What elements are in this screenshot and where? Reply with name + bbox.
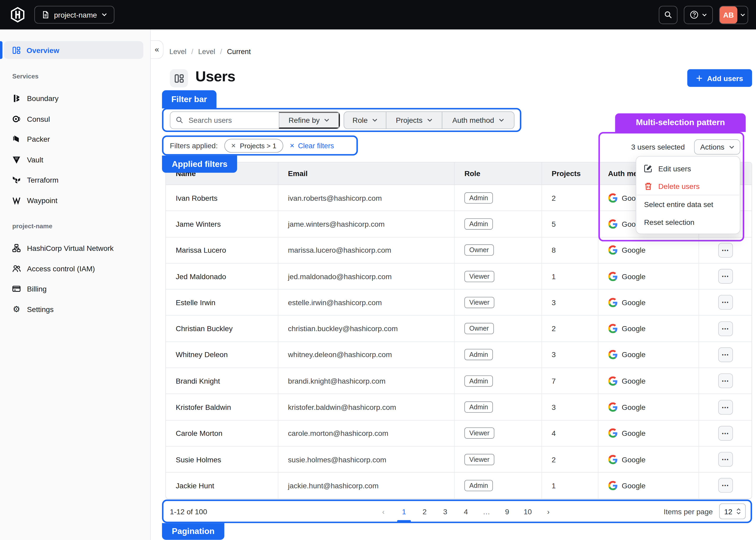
hashicorp-logo-icon (10, 7, 26, 23)
cell-actions: ⋯ (699, 447, 752, 472)
page-button-10[interactable]: 10 (520, 505, 535, 517)
cell-name: Carole Morton (166, 420, 278, 446)
cell-email: marissa.lucero@hashicorp.com (278, 237, 455, 263)
clear-filters-link[interactable]: ✕ Clear filters (290, 142, 334, 150)
menu-item-reset-selection[interactable]: Reset selection (636, 213, 740, 231)
projects-filter-dropdown[interactable]: Projects (386, 111, 442, 128)
cell-auth-method: Google (598, 420, 699, 446)
table-row: Jed Maldonadojed.maldonado@hashicorp.com… (166, 263, 752, 290)
items-per-page-select[interactable]: 12 (719, 503, 746, 519)
row-actions-button[interactable]: ⋯ (718, 400, 733, 414)
cell-role: Admin (455, 394, 542, 420)
sidebar-item-boundary[interactable]: Boundary (0, 88, 150, 109)
table-row: Jackie Huntjackie.hunt@hashicorp.comAdmi… (166, 472, 752, 498)
project-switcher[interactable]: project-name (34, 6, 114, 23)
sidebar-item-vault[interactable]: Vault (0, 149, 150, 170)
breadcrumb-item[interactable]: Level (169, 48, 186, 56)
sidebar-item-terraform[interactable]: Terraform (0, 170, 150, 190)
account-menu-button[interactable]: AB (719, 6, 748, 24)
column-header-role: Role (455, 162, 542, 185)
remove-filter-icon[interactable]: ✕ (231, 142, 236, 148)
sidebar-item-access-control-iam[interactable]: Access control (IAM) (0, 258, 150, 279)
hvn-icon (12, 244, 21, 252)
sidebar-item-overview[interactable]: Overview (4, 41, 143, 59)
sidebar-item-hashicorp-virtual-network[interactable]: HashiCorp Virtual Network (0, 238, 150, 258)
page-button-2[interactable]: 2 (417, 505, 433, 517)
search-users-field[interactable] (170, 111, 279, 128)
row-actions-button[interactable]: ⋯ (718, 478, 733, 493)
table-row: Whitney Deleonwhitney.deleon@hashicorp.c… (166, 342, 752, 368)
sidebar-collapse-button[interactable]: « (151, 40, 164, 59)
sidebar-item-settings[interactable]: ⚙Settings (0, 299, 150, 320)
sidebar-item-label: Access control (IAM) (27, 264, 95, 273)
cell-name: Brandi Knight (166, 368, 278, 394)
cell-email: jame.winters@hashicorp.com (278, 211, 455, 237)
cell-role: Admin (455, 185, 542, 211)
previous-page-button[interactable]: ‹ (376, 505, 391, 517)
menu-item-delete-users[interactable]: Delete users (636, 177, 740, 195)
filter-chip-projects[interactable]: ✕ Projects > 1 (224, 139, 283, 152)
cell-actions: ⋯ (699, 394, 752, 420)
menu-item-select-entire-data-set[interactable]: Select entire data set (636, 195, 740, 213)
cell-projects: 1 (542, 472, 598, 498)
sidebar-item-packer[interactable]: Packer (0, 129, 150, 150)
page-button-4[interactable]: 4 (458, 505, 474, 517)
breadcrumb-item: Current (227, 48, 251, 56)
google-icon (608, 193, 617, 202)
sidebar-item-label: Consul (27, 115, 50, 123)
search-icon (664, 11, 672, 19)
project-list: HashiCorp Virtual NetworkAccess control … (0, 238, 150, 319)
actions-dropdown-button[interactable]: Actions (694, 139, 740, 155)
menu-item-label: Reset selection (644, 217, 694, 226)
cell-projects: 3 (542, 342, 598, 368)
cell-projects: 7 (542, 368, 598, 394)
row-actions-button[interactable]: ⋯ (718, 452, 733, 467)
row-actions-button[interactable]: ⋯ (718, 295, 733, 310)
google-icon (608, 219, 617, 229)
help-menu-button[interactable] (684, 6, 713, 24)
row-actions-button[interactable]: ⋯ (718, 321, 733, 336)
services-list: BoundaryConsulPackerVaultTerraformWaypoi… (0, 88, 150, 211)
row-actions-button[interactable]: ⋯ (718, 243, 733, 257)
services-heading: Services (12, 73, 150, 81)
row-actions-button[interactable]: ⋯ (718, 426, 733, 441)
row-actions-button[interactable]: ⋯ (718, 347, 733, 362)
auth-method-label: Google (622, 403, 646, 411)
cell-name: Whitney Deleon (166, 342, 278, 368)
refine-by-dropdown[interactable]: Refine by (279, 111, 340, 128)
breadcrumb-separator: / (191, 48, 194, 56)
search-users-input[interactable] (188, 115, 263, 125)
role-filter-dropdown[interactable]: Role (344, 111, 386, 128)
menu-item-edit-users[interactable]: Edit users (636, 160, 740, 177)
sidebar-item-label: Settings (27, 305, 54, 314)
row-actions-button[interactable]: ⋯ (718, 269, 733, 284)
applied-filters-bar: Filters applied: ✕ Projects > 1 ✕ Clear … (162, 135, 358, 156)
cell-name: Susie Holmes (166, 447, 278, 472)
stepper-chevrons-icon (736, 508, 741, 514)
sidebar-item-waypoint[interactable]: Waypoint (0, 190, 150, 211)
role-badge: Owner (464, 323, 494, 334)
sidebar: Overview Services BoundaryConsulPackerVa… (0, 29, 151, 540)
page-button-3[interactable]: 3 (437, 505, 453, 517)
add-users-button[interactable]: Add users (687, 69, 752, 87)
row-actions-button[interactable]: ⋯ (718, 374, 733, 388)
role-badge: Owner (464, 244, 494, 256)
cell-email: susie.holmes@hashicorp.com (278, 447, 455, 472)
plus-icon (696, 75, 702, 81)
auth-method-filter-dropdown[interactable]: Auth method (442, 111, 514, 128)
clear-filters-label: Clear filters (298, 142, 334, 150)
sidebar-item-label: Waypoint (27, 196, 58, 205)
next-page-button[interactable]: › (540, 505, 556, 517)
table-row: Christian Buckleychristian.buckley@hashi… (166, 316, 752, 342)
project-heading: project-name (12, 222, 150, 231)
page-button-9[interactable]: 9 (499, 505, 515, 517)
sidebar-item-consul[interactable]: Consul (0, 109, 150, 129)
cell-auth-method: Google (598, 342, 699, 368)
global-search-button[interactable] (659, 6, 678, 24)
chevron-down-icon (427, 118, 432, 122)
page-button-1[interactable]: 1 (396, 505, 412, 517)
breadcrumb-item[interactable]: Level (198, 48, 215, 56)
cell-role: Admin (455, 211, 542, 237)
breadcrumb: Level/Level/Current (169, 48, 251, 56)
sidebar-item-billing[interactable]: Billing (0, 279, 150, 299)
